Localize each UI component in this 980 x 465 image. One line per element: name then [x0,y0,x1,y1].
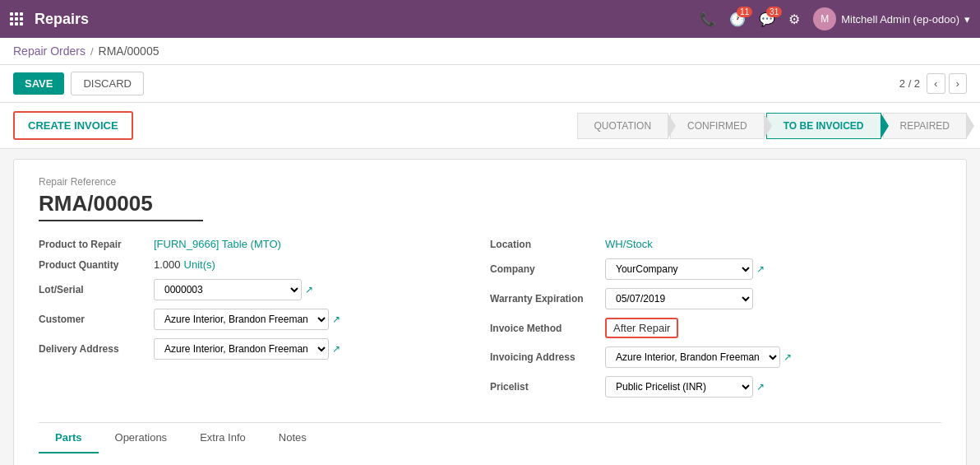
breadcrumb-parent[interactable]: Repair Orders [13,44,86,58]
breadcrumb-current: RMA/00005 [99,44,159,58]
qty-unit: Unit(s) [184,258,215,271]
form-row-product-to-repair: Product to Repair[FURN_9666] Table (MTO) [39,238,474,250]
app-title: Repairs [35,11,700,28]
action-bar: CREATE INVOICE QUOTATIONCONFIRMEDTO BE I… [0,103,980,149]
external-link-icon[interactable]: ↗ [332,343,340,355]
activity-icon[interactable]: 🕐11 [729,12,746,27]
form-select[interactable]: Public Pricelist (INR) [605,376,753,398]
external-link-icon[interactable]: ↗ [332,314,340,325]
avatar: M [813,7,836,30]
invoice-method-box: After Repair [605,318,678,338]
grid-menu-icon[interactable] [10,12,23,26]
form-label: Lot/Serial [39,284,154,295]
form-label: Company [490,263,605,275]
form-row-customer: CustomerAzure Interior, Brandon Freeman↗ [39,309,474,330]
form-select[interactable]: Azure Interior, Brandon Freeman [154,309,329,330]
breadcrumb-separator: / [90,45,94,58]
phone-icon[interactable]: 📞 [700,12,716,27]
external-link-icon[interactable]: ↗ [756,263,765,275]
tab-operations[interactable]: Operations [99,423,184,453]
prev-record-button[interactable]: ‹ [927,73,945,94]
form-row-delivery-address: Delivery AddressAzure Interior, Brandon … [39,338,474,360]
form-row-pricelist: PricelistPublic Pricelist (INR)↗ [490,376,925,398]
tabs-bar: PartsOperationsExtra InfoNotes [39,422,941,453]
form-row-company: CompanyYourCompany↗ [490,258,925,280]
form-right: LocationWH/StockCompanyYourCompany↗Warra… [490,238,941,406]
activity-badge: 11 [737,7,752,17]
message-badge: 31 [766,7,782,17]
status-step-to-be-invoiced: TO BE INVOICED [766,113,881,139]
form-row-invoice-method: Invoice MethodAfter Repair [490,318,925,338]
form-row-warranty-expiration: Warranty Expiration05/07/2019 [490,288,925,309]
user-menu[interactable]: M Mitchell Admin (ep-odoo) ▾ [813,7,970,30]
form-label: Product Quantity [39,259,154,271]
form-select[interactable]: 0000003 [154,279,302,300]
form-container: Repair Reference RMA/00005 Product to Re… [13,159,967,465]
tab-parts[interactable]: Parts [39,423,99,453]
save-button[interactable]: SAVE [13,72,64,95]
form-left: Product to Repair[FURN_9666] Table (MTO)… [39,238,490,406]
form-select[interactable]: Azure Interior, Brandon Freeman [154,338,329,360]
invoice-method-value: After Repair [613,322,670,334]
external-link-icon[interactable]: ↗ [784,351,792,363]
status-step-confirmed: CONFIRMED [670,113,765,139]
pagination-label: 2 / 2 [899,77,920,90]
form-select[interactable]: 05/07/2019 [605,288,753,309]
form-label: Product to Repair [39,239,154,250]
status-step-repaired: REPAIRED [883,113,967,139]
tab-extra-info[interactable]: Extra Info [183,423,262,453]
form-value-qty: 1.000 [154,258,181,271]
repair-ref-value[interactable]: RMA/00005 [39,191,203,221]
form-label: Location [490,239,605,250]
discard-button[interactable]: DISCARD [71,72,144,95]
next-record-button[interactable]: › [949,73,967,94]
form-row-product-quantity: Product Quantity1.000Unit(s) [39,258,474,271]
repair-ref-label: Repair Reference [39,176,941,188]
user-name: Mitchell Admin (ep-odoo) [841,13,959,26]
status-step-quotation: QUOTATION [577,113,669,139]
status-bar: QUOTATIONCONFIRMEDTO BE INVOICEDREPAIRED [577,113,968,139]
tab-notes[interactable]: Notes [262,423,323,453]
form-row-invoicing-address: Invoicing AddressAzure Interior, Brandon… [490,346,925,368]
toolbar: SAVE DISCARD 2 / 2 ‹ › [0,65,980,103]
form-label: Warranty Expiration [490,293,605,305]
form-label: Pricelist [490,381,605,393]
form-row-lot/serial: Lot/Serial0000003↗ [39,279,474,300]
form-value-link[interactable]: WH/Stock [605,238,653,250]
form-label: Invoice Method [490,323,605,334]
breadcrumb: Repair Orders / RMA/00005 [0,38,980,65]
form-select[interactable]: Azure Interior, Brandon Freeman [605,346,780,368]
create-invoice-button[interactable]: CREATE INVOICE [13,111,133,140]
form-label: Customer [39,314,154,325]
settings-icon[interactable]: ⚙ [788,12,800,27]
form-row-location: LocationWH/Stock [490,238,925,250]
form-select[interactable]: YourCompany [605,258,753,280]
external-link-icon[interactable]: ↗ [756,381,765,393]
form-label: Invoicing Address [490,351,605,363]
message-icon[interactable]: 💬31 [759,12,775,27]
form-value-link[interactable]: [FURN_9666] Table (MTO) [154,238,281,250]
topbar: Repairs 📞 🕐11 💬31 ⚙ M Mitchell Admin (ep… [0,0,980,38]
form-label: Delivery Address [39,343,154,355]
user-chevron-icon: ▾ [964,13,970,26]
external-link-icon[interactable]: ↗ [305,284,313,295]
